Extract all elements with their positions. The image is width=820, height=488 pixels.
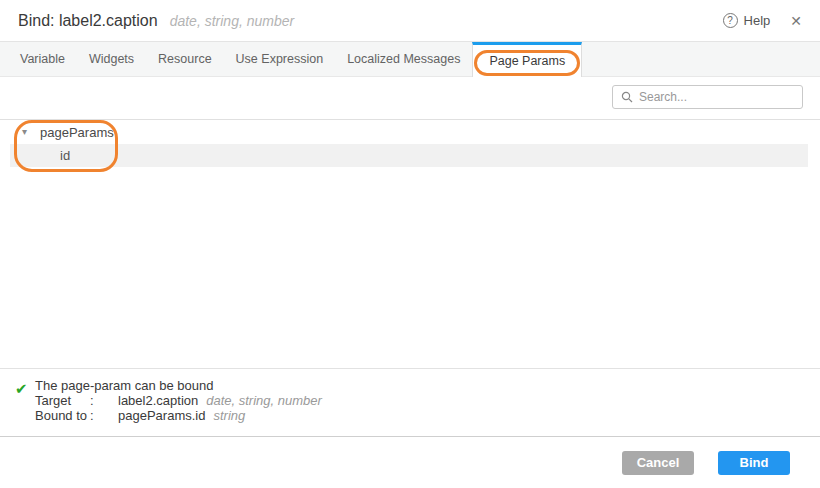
dialog-subtitle: date, string, number: [170, 13, 295, 29]
tab-bar: Variable Widgets Resource Use Expression…: [0, 42, 820, 77]
status-target-row: Target : label2.caption date, string, nu…: [35, 393, 820, 408]
status-colon: :: [90, 408, 118, 423]
tree-node-label: id: [60, 148, 70, 163]
status-colon: :: [90, 393, 118, 408]
status-boundto-row: Bound to : pageParams.id string: [35, 408, 820, 423]
tree-node-label: pageParams: [40, 125, 114, 140]
tab-variable[interactable]: Variable: [8, 42, 77, 76]
search-input[interactable]: [639, 90, 794, 104]
status-target-type: date, string, number: [206, 393, 322, 408]
status-target-value: label2.caption: [118, 393, 198, 408]
status-message: The page-param can be bound: [35, 378, 820, 393]
status-boundto-type: string: [213, 408, 245, 423]
help-question-icon: ?: [723, 13, 738, 28]
tab-page-params-label: Page Params: [489, 54, 565, 68]
dialog-header: Bind: label2.caption date, string, numbe…: [0, 0, 820, 42]
tab-localized-messages[interactable]: Localized Messages: [335, 42, 472, 76]
help-label: Help: [744, 13, 771, 28]
bind-status-panel: ✔ The page-param can be bound Target : l…: [0, 368, 820, 437]
caret-down-icon[interactable]: ▾: [22, 127, 27, 137]
tab-page-params[interactable]: Page Params: [472, 42, 582, 77]
close-icon[interactable]: ✕: [790, 13, 802, 29]
tree-row-id[interactable]: id: [10, 144, 808, 167]
bind-dialog: Bind: label2.caption date, string, numbe…: [0, 0, 820, 488]
status-boundto-label: Bound to: [35, 408, 90, 423]
page-params-tree: ▾ pageParams id: [0, 119, 820, 368]
search-toolbar: [0, 77, 820, 119]
search-icon: [621, 91, 633, 103]
search-box[interactable]: [612, 85, 803, 109]
dialog-footer: Cancel Bind: [0, 437, 820, 488]
status-target-label: Target: [35, 393, 90, 408]
check-icon: ✔: [15, 380, 28, 398]
header-actions: ? Help ✕: [723, 13, 802, 29]
tab-resource[interactable]: Resource: [146, 42, 224, 76]
status-text: The page-param can be bound Target : lab…: [35, 369, 820, 423]
dialog-title: Bind: label2.caption: [18, 12, 158, 30]
tab-widgets[interactable]: Widgets: [77, 42, 146, 76]
tree-row-pageparams[interactable]: ▾ pageParams: [0, 120, 820, 144]
status-boundto-value: pageParams.id: [118, 408, 205, 423]
bind-button[interactable]: Bind: [718, 451, 790, 475]
help-button[interactable]: ? Help: [723, 13, 771, 28]
cancel-button[interactable]: Cancel: [622, 451, 694, 475]
tab-use-expression[interactable]: Use Expression: [224, 42, 336, 76]
